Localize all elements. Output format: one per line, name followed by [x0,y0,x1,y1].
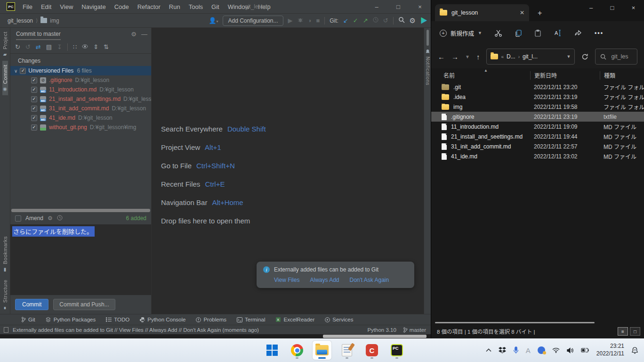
tool-window-services[interactable]: Services [325,317,353,322]
git-commit-icon[interactable]: ✓ [353,17,358,24]
collapse-all-icon[interactable]: ⇅ [104,43,109,50]
file-checkbox[interactable]: ✓ [31,106,37,112]
tool-window-problems[interactable]: Problems [196,317,226,322]
menu-git[interactable]: Git [208,2,223,12]
user-icon[interactable]: 👤▾ [209,17,218,24]
tab-notifications[interactable]: Notifications [425,49,430,85]
notification-action-don-t-ask-again[interactable]: Don't Ask Again [350,277,389,283]
chevron-down-icon[interactable]: ∨ [14,68,17,74]
rollback-icon[interactable]: ↺ [383,17,388,24]
file-checkbox[interactable]: ✓ [31,87,37,93]
tool-window-excelreader[interactable]: X ExcelReader [275,317,314,322]
tab-project[interactable]: Project ▰ [2,28,8,61]
commit-file-row[interactable]: ✓ ⊘ .gitignore D:¥git_lesson [10,75,151,85]
add-configuration-button[interactable]: Add Configuration... [223,16,283,26]
preview-eye-icon[interactable] [82,43,88,51]
minimize-button[interactable]: – [580,0,602,15]
commit-options-gear-icon[interactable]: ⚙ [48,215,53,222]
run-coverage-icon[interactable]: ◑ [308,17,312,24]
search-box[interactable]: git_les [595,49,637,65]
menu-run[interactable]: Run [165,2,184,12]
tool-window-python-console[interactable]: Python Console [140,317,185,322]
wifi-icon[interactable] [552,347,560,353]
tree-scrollbar[interactable] [11,209,150,212]
tray-overflow-chevron-icon[interactable] [486,348,491,352]
group-checkbox[interactable]: ✓ [20,68,26,74]
tray-clock[interactable]: 23:21 2022/12/11 [596,343,624,357]
tab-close-icon[interactable]: ✕ [520,9,524,16]
more-options-icon[interactable]: ••• [595,30,604,36]
menu-refactor[interactable]: Refactor [134,2,164,12]
taskbar-explorer[interactable] [313,341,331,360]
commit-and-push-button[interactable]: Commit and Push... [53,299,115,310]
rename-icon[interactable]: A [554,29,562,37]
tab-structure[interactable]: Structure ∎ [2,276,8,314]
menu-file[interactable]: File [19,2,36,12]
ime-indicator[interactable]: A [526,346,531,354]
microphone-icon[interactable] [513,346,519,354]
unversioned-files-group[interactable]: ∨ ✓ Unversioned Files 6 files [10,66,151,75]
forward-icon[interactable]: → [451,53,459,61]
explorer-file-row[interactable]: img 2022/12/11 19:58 ファイル フォルダー [431,102,644,112]
explorer-file-row[interactable]: .git 2022/12/11 23:20 ファイル フォルダー [431,82,644,92]
large-icons-view-icon[interactable]: □ [630,327,640,336]
rollback-icon[interactable]: ↺ [25,43,31,50]
run-icon[interactable]: ▶ [288,17,293,24]
menu-edit[interactable]: Edit [37,2,55,12]
copy-icon[interactable] [515,29,522,37]
status-message[interactable]: Externally added files can be added to G… [13,327,259,333]
taskbar-camtasia[interactable]: C [362,341,381,360]
dropbox-icon[interactable] [499,347,506,354]
battery-icon[interactable] [581,347,589,353]
file-checkbox[interactable]: ✓ [31,115,37,121]
shelve-icon[interactable]: ↧ [57,43,62,50]
commit-message-editor[interactable]: さらにファイルを削除した。 [10,224,151,295]
panel-settings-gear-icon[interactable]: ⚙ [131,31,137,38]
new-tab-button[interactable]: + [538,9,542,17]
taskbar-chrome[interactable] [288,341,306,360]
debug-icon[interactable] [298,17,303,24]
explorer-file-row[interactable]: .idea 2022/12/11 23:19 ファイル フォルダー [431,92,644,102]
stop-icon[interactable]: ■ [316,17,320,24]
tray-app-icon[interactable] [538,346,545,354]
explorer-file-row[interactable]: 31_init_add_commit.md 2022/12/11 22:57 M… [431,141,644,151]
commit-file-row[interactable]: ✓ MD 31_init_add_commit.md D:¥git_lesson [10,104,151,113]
search-everywhere-icon[interactable] [398,16,405,25]
explorer-scrollbar[interactable] [435,322,595,323]
recent-locations-icon[interactable]: ▼ [465,54,470,59]
explorer-file-row[interactable]: .gitignore 2022/12/11 23:19 txtfile [431,112,644,122]
commit-file-row[interactable]: ✓ without_git.png D:¥git_lesson¥img [10,123,151,132]
new-item-button[interactable]: + 新規作成 ▼ [440,29,482,38]
address-dropdown-icon[interactable]: ▼ [566,54,571,59]
git-update-icon[interactable]: ↙ [343,17,348,24]
share-icon[interactable] [574,29,582,37]
refresh-icon[interactable]: ↻ [15,43,20,50]
commit-file-row[interactable]: ✓ MD 21_install_and_seettings.md D:¥git_… [10,94,151,104]
menu-code[interactable]: Code [111,2,133,12]
close-button[interactable]: × [623,0,644,15]
tool-window-todo[interactable]: TODO [106,317,129,322]
commit-file-row[interactable]: ✓ MD 41_ide.md D:¥git_lesson [10,113,151,123]
notification-action-always-add[interactable]: Always Add [310,277,339,283]
tool-window-python-packages[interactable]: Python Packages [46,317,96,322]
explorer-file-row[interactable]: 41_ide.md 2022/12/11 23:02 MD ファイル [431,151,644,161]
start-button[interactable] [263,341,282,360]
commit-button[interactable]: Commit [15,299,48,310]
explorer-file-row[interactable]: 21_install_and_seettings.md 2022/12/11 1… [431,132,644,141]
notification-bell-icon[interactable]: zz [631,346,638,354]
ide-features-trainer-icon[interactable] [420,17,427,24]
column-name[interactable]: 名前 [431,71,530,79]
address-folder[interactable]: git_l... [523,53,538,60]
column-type[interactable]: 種類 [600,71,644,80]
menu-tools[interactable]: Tools [185,2,207,12]
group-by-icon[interactable]: ∷ [73,43,77,50]
column-date[interactable]: 更新日時 [530,71,600,80]
taskbar-pycharm[interactable]: PC [387,341,406,360]
commit-file-row[interactable]: ✓ MD 11_introduction.md D:¥git_lesson [10,85,151,94]
file-checkbox[interactable]: ✓ [31,124,37,131]
close-button[interactable]: × [409,0,431,13]
editor-scrollbar[interactable] [427,30,429,46]
menu-navigate[interactable]: Navigate [78,2,109,12]
tab-bookmarks[interactable]: Bookmarks ▮ [2,232,8,276]
volume-icon[interactable] [567,347,574,354]
